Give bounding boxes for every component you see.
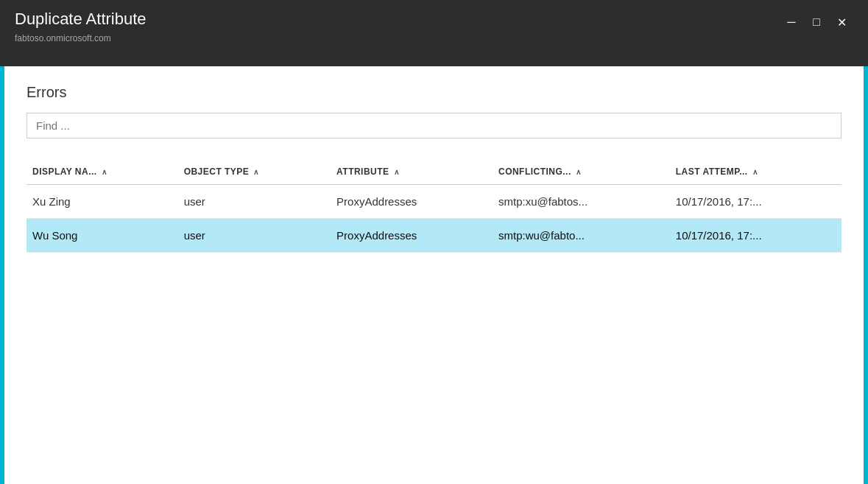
col-object-type[interactable]: OBJECT TYPE ∧ — [178, 159, 331, 185]
col-display-name[interactable]: DISPLAY NA... ∧ — [27, 159, 178, 185]
right-accent-bar — [864, 66, 868, 484]
close-button[interactable]: ✕ — [830, 12, 853, 32]
cell-display-name: Wu Song — [27, 219, 178, 253]
search-input[interactable] — [27, 113, 841, 138]
title-bar: Duplicate Attribute fabtoso.onmicrosoft.… — [0, 0, 868, 66]
window-subtitle: fabtoso.onmicrosoft.com — [15, 33, 147, 43]
section-title: Errors — [27, 84, 841, 101]
table-header: DISPLAY NA... ∧ OBJECT TYPE ∧ — [27, 159, 841, 185]
cell-conflicting: smtp:xu@fabtos... — [493, 185, 670, 219]
cell-display-name: Xu Zing — [27, 185, 178, 219]
errors-table-container: DISPLAY NA... ∧ OBJECT TYPE ∧ — [27, 159, 841, 253]
cell-object-type: user — [178, 185, 331, 219]
cell-conflicting: smtp:wu@fabto... — [493, 219, 670, 253]
minimize-button[interactable]: ─ — [780, 12, 803, 32]
table-row[interactable]: Xu ZinguserProxyAddressessmtp:xu@fabtos.… — [27, 185, 841, 219]
maximize-button[interactable]: □ — [805, 12, 828, 32]
cell-last-attempt: 10/17/2016, 17:... — [670, 185, 841, 219]
sort-arrow-object-type: ∧ — [253, 168, 258, 176]
table-header-row: DISPLAY NA... ∧ OBJECT TYPE ∧ — [27, 159, 841, 185]
window-title: Duplicate Attribute — [15, 9, 147, 30]
cell-attribute: ProxyAddresses — [331, 185, 493, 219]
title-bar-left: Duplicate Attribute fabtoso.onmicrosoft.… — [15, 9, 147, 43]
main-content: Errors DISPLAY NA... ∧ OBJECT — [4, 66, 864, 484]
window-controls: ─ □ ✕ — [780, 12, 853, 32]
col-attribute[interactable]: ATTRIBUTE ∧ — [331, 159, 493, 185]
sort-arrow-last-attempt: ∧ — [752, 168, 758, 176]
cell-object-type: user — [178, 219, 331, 253]
sort-arrow-conflicting: ∧ — [576, 168, 581, 176]
sort-arrow-display-name: ∧ — [102, 168, 107, 176]
cell-last-attempt: 10/17/2016, 17:... — [670, 219, 841, 253]
col-conflicting[interactable]: CONFLICTING... ∧ — [493, 159, 670, 185]
errors-table: DISPLAY NA... ∧ OBJECT TYPE ∧ — [27, 159, 841, 253]
col-last-attempt[interactable]: LAST ATTEMP... ∧ — [670, 159, 841, 185]
cell-attribute: ProxyAddresses — [331, 219, 493, 253]
table-body: Xu ZinguserProxyAddressessmtp:xu@fabtos.… — [27, 185, 841, 253]
sort-arrow-attribute: ∧ — [394, 168, 399, 176]
table-row[interactable]: Wu SonguserProxyAddressessmtp:wu@fabto..… — [27, 219, 841, 253]
content-area: Errors DISPLAY NA... ∧ OBJECT — [0, 66, 868, 484]
